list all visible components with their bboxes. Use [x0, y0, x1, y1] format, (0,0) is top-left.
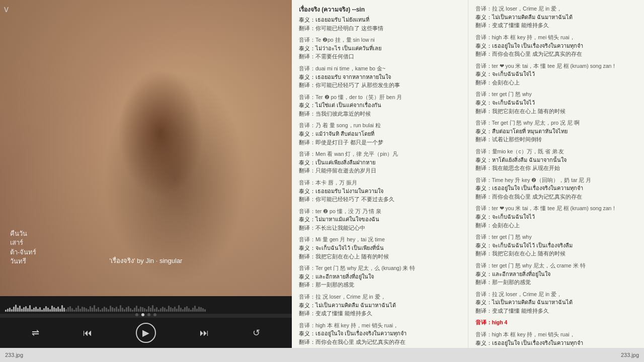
lyric-pinyin-6: 音译：本卡 唇，万 振月 — [299, 179, 461, 187]
wave-bar-2 — [9, 308, 11, 312]
wave-bar-68 — [142, 307, 143, 312]
r-lyric-cn-7: 翻译：会刻在心上 — [475, 221, 637, 230]
wave-bar-86 — [178, 305, 180, 312]
r-lyric-thai-4: 泰义：สืบต่อมาโดยที่ หมุนตาหันใจไทย — [475, 127, 637, 136]
lyrics-section-4: 音译：乃 着 量 song，run bulai 粒 泰义：แม้ว่าจันทิ… — [299, 122, 461, 146]
wave-bar-75 — [156, 307, 157, 312]
r-lyric-pinyin-1: 音译：high 本 框 key 持，mei 销头 ruai， — [475, 34, 637, 42]
wave-bar-42 — [90, 306, 91, 312]
r-lyric-thai-6: 泰义：เธออยู่ในใจ เป็นเรื่องจริงในความทุกจำ — [475, 184, 637, 193]
wave-bar-4 — [13, 307, 15, 312]
r-lyrics-section-10: 音译：拉 况 loser，Crime 尼 in 爱， 泰义：ไม่เป็นควา… — [475, 291, 637, 315]
next-button[interactable]: ⏭ — [200, 328, 209, 338]
wave-bar-96 — [198, 307, 200, 312]
wave-bar-30 — [65, 309, 67, 312]
wave-bar-98 — [202, 308, 204, 312]
wave-bar-92 — [190, 310, 192, 312]
wave-bar-32 — [69, 306, 71, 312]
lyric-thai-8: 泰义：จะเก็บฉันใจไว้ เป็นเพียงที่นั่น — [299, 244, 461, 252]
wave-bar-3 — [11, 309, 13, 312]
dot-4 — [153, 313, 156, 316]
wave-bar-19 — [43, 308, 45, 312]
wave-bar-79 — [164, 308, 166, 312]
shuffle-button[interactable]: ⇌ — [32, 327, 39, 338]
r-lyric-pinyin-10: 音译：拉 况 loser，Crime 尼 in 爱， — [475, 291, 637, 299]
lyrics-column-right[interactable]: 音译：拉 况 loser，Crime 尼 in 爱， 泰义：ไม่เป็นควา… — [468, 0, 645, 348]
wave-bar-51 — [108, 309, 109, 312]
lyric-thai-5: 泰义：เป็นแค่เพียงสิ่งลืมฝากหาย — [299, 158, 461, 167]
lyric-thai-0: 泰义：เธอยอมรับ ไม่ยังแทนที่ — [299, 16, 461, 24]
play-button[interactable]: ▶ — [136, 323, 156, 343]
r-lyrics-section-3: 音译：ter get 门 怒 why 泰义：จะเก็บฉันฉันใจไว้ … — [475, 90, 637, 115]
r-lyric-cn-6: 翻译：而你会在我心里 成为记忆真实的存在 — [475, 193, 637, 201]
song-title-overlay: 'เรื่องจริง' by Jin · singular — [110, 255, 183, 266]
prev-button[interactable]: ⏮ — [83, 328, 92, 338]
right-panel: เรื่องจริง (ความจริง) --sin 泰义：เธอยอมรับ… — [292, 0, 644, 348]
bottom-left-filename: 233.jpg — [5, 352, 23, 358]
lyric-cn-10: 翻译：变成了懂懂 能维持多久 — [299, 309, 461, 318]
r-lyric-pinyin-12: 音译：high 本 框 key 持，mei 销头 ruai， — [475, 331, 637, 339]
wave-bar-94 — [194, 306, 196, 312]
r-lyric-pinyin-3: 音译：ter get 门 怒 why — [475, 90, 637, 99]
wave-bar-99 — [204, 309, 206, 312]
wave-bar-25 — [55, 308, 57, 312]
r-lyrics-section-9: 音译：ter get 门 怒 why 尼太，么 crame 米 特 泰义：และ… — [475, 262, 637, 287]
lyric-cn-0: 翻译：你可能已经明白了 这些事情 — [299, 24, 461, 33]
r-lyrics-section-12: 音译：high 本 框 key 持，mei 销头 ruai， 泰义：เธออยู… — [475, 331, 637, 348]
lyrics-section-1: 音译：Te ❷po 挂，量 sin low ni 泰义：ไม่ว่าอะไร เ… — [299, 36, 461, 61]
lyric-thai-2: 泰义：เธอยอมรับ จากหลากหลายในใจ — [299, 73, 461, 81]
lyrics-column-left[interactable]: เรื่องจริง (ความจริง) --sin 泰义：เธอยอมรับ… — [292, 0, 468, 348]
wave-bar-74 — [154, 309, 155, 312]
lyric-pinyin-5: 音译：Men 看 wan 灯，律 允平（pin）凡 — [299, 150, 461, 158]
wave-bar-83 — [172, 308, 174, 312]
repeat-button[interactable]: ↺ — [253, 327, 260, 338]
wave-bar-13 — [31, 309, 33, 312]
wave-bar-78 — [162, 307, 164, 312]
wave-bar-69 — [144, 308, 145, 312]
wave-bar-14 — [33, 308, 35, 312]
wave-bar-1 — [7, 309, 9, 312]
wave-bar-35 — [75, 308, 77, 312]
day-text-line1: คืนวัน — [10, 229, 36, 238]
wave-bar-24 — [53, 307, 55, 312]
r-lyric-pinyin-4: 音译：Ter get 门 怒 why 尼太，pro 况 尼 啊 — [475, 119, 637, 127]
r-lyrics-section-5: 音译：量mio ke（c）万，既 省 弟 友 泰义：หาโต้แย้งสิ่งล… — [475, 148, 637, 172]
lyrics-section-5: 音译：Men 看 wan 灯，律 允平（pin）凡 泰义：เป็นแค่เพีย… — [299, 150, 461, 175]
lyric-cn-6: 翻译：你可能已经轻巧了 不要过去多久 — [299, 195, 461, 204]
wave-bar-52 — [110, 306, 111, 312]
lyric-pinyin-9: 音译：Ter get 门 怒 why 尼太，么 (kruang) 来 特 — [299, 264, 461, 273]
wave-bar-29 — [63, 308, 65, 312]
lyrics-section-2: 音译：duai mi ni time，kame bo 金~ 泰义：เธอยอมร… — [299, 65, 461, 89]
wave-bar-71 — [148, 306, 149, 312]
r-lyric-pinyin-11-highlight: 音译：high 4 — [475, 319, 637, 327]
lyric-thai-4: 泰义：แม้ว่าจันทิ สืบต่อมาโดยที่ — [299, 130, 461, 138]
r-lyrics-section-4: 音译：Ter get 门 怒 why 尼太，pro 况 尼 啊 泰义：สืบต่… — [475, 119, 637, 144]
r-lyrics-section-1: 音译：high 本 框 key 持，mei 销头 ruai， 泰义：เธออยู… — [475, 34, 637, 58]
wave-bar-53 — [112, 307, 113, 312]
wave-bar-90 — [186, 306, 188, 312]
r-lyric-thai-12: 泰义：เธออยู่ในใจ เป็นเรื่องจริงในความทุกจำ — [475, 339, 637, 347]
r-lyric-cn-5: 翻译：我在能思念在你 从现在开始 — [475, 164, 637, 172]
wave-bar-23 — [51, 306, 53, 312]
dot-2 — [141, 313, 144, 316]
album-art: คืนวัน เสาร์ ต้า-จันทร์ วันทรี 'เรื่องจร… — [0, 0, 292, 296]
r-lyric-thai-9: 泰义：และอีกหลายสิ่งที่อยู่ในใจ — [475, 270, 637, 279]
wave-bar-45 — [96, 309, 97, 312]
chevron-icon[interactable]: v — [4, 4, 9, 15]
r-lyric-pinyin-6: 音译：Time hey 升 key ❷（回响），奶 tar 尼 月 — [475, 176, 637, 185]
wave-bar-0 — [5, 310, 7, 312]
wave-bar-56 — [118, 309, 119, 312]
lyric-cn-1: 翻译：不需要任何借口 — [299, 52, 461, 61]
wave-bar-26 — [57, 307, 59, 312]
r-lyric-cn-8: 翻译：我把它刻在在心上 随有的时候 — [475, 249, 637, 258]
wave-bar-97 — [200, 307, 202, 312]
lyric-cn-4: 翻译：即使是灯日子 都只是一个梦 — [299, 138, 461, 147]
lyric-cn-5: 翻译：只能停留在逝去的岁月日 — [299, 166, 461, 175]
wave-bar-5 — [15, 305, 17, 312]
wave-bar-22 — [49, 309, 51, 312]
r-lyric-thai-7: 泰义：จะเก็บฉันฉันใจไว้ — [475, 213, 637, 221]
r-lyric-thai-0: 泰义：ไม่เป็นความคิดลืม ฉันมาหาฉันได้ — [475, 13, 637, 22]
wave-bar-88 — [182, 309, 184, 312]
lyric-pinyin-10: 音译：拉 况 loser，Crime 尼 in 爱， — [299, 293, 461, 301]
wave-bar-72 — [150, 308, 151, 312]
